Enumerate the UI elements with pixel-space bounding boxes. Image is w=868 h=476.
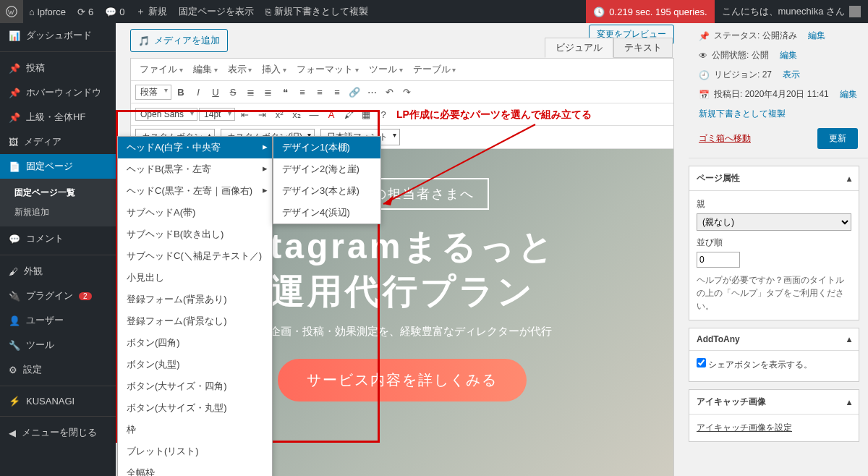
comments-count[interactable]: 💬 0 bbox=[99, 0, 130, 23]
howdy[interactable]: こんにちは、munechika さん bbox=[715, 5, 868, 18]
subscript-button[interactable]: x₂ bbox=[289, 106, 305, 122]
addtoany-toggle[interactable]: AddToAny▴ bbox=[689, 328, 859, 351]
copy-draft-link[interactable]: 新規下書きとして複製 bbox=[699, 108, 786, 120]
menu-file[interactable]: ファイル bbox=[135, 61, 187, 77]
menu-item[interactable]: ヘッドA(白字・中央寄 bbox=[118, 137, 272, 158]
date-edit-link[interactable]: 編集 bbox=[840, 88, 857, 101]
superscript-button[interactable]: x² bbox=[271, 106, 287, 122]
update-button[interactable]: 更新 bbox=[817, 128, 858, 149]
menu-item[interactable]: 小見出し bbox=[118, 267, 272, 289]
outdent-button[interactable]: ⇤ bbox=[237, 106, 252, 122]
wp-logo[interactable] bbox=[0, 0, 23, 23]
menu-item[interactable]: ヘッドC(黒字・左寄｜画像右) bbox=[118, 180, 272, 202]
underline-button[interactable]: U bbox=[208, 84, 224, 100]
svg-point-0 bbox=[7, 7, 17, 17]
menu-item[interactable]: ボタン(大サイズ・四角) bbox=[118, 375, 272, 397]
set-featured-image-link[interactable]: アイキャッチ画像を設定 bbox=[697, 422, 792, 433]
trash-link[interactable]: ゴミ箱へ移動 bbox=[699, 132, 751, 145]
tab-text[interactable]: テキスト bbox=[613, 38, 673, 58]
sidebar-item-hover[interactable]: 📌 ホバーウィンドウ bbox=[0, 80, 116, 105]
menu-item[interactable]: ボタン(丸型) bbox=[118, 354, 272, 375]
font-size-select[interactable]: 14pt bbox=[199, 108, 235, 121]
sidebar-item-appearance[interactable]: 🖌 外観 bbox=[0, 259, 116, 284]
sidebar-sub-page-new[interactable]: 新規追加 bbox=[10, 203, 116, 222]
copy-as-draft[interactable]: ⎘ 新規下書きとして複製 bbox=[260, 0, 374, 23]
sidebar-item-pages[interactable]: 📄 固定ページ bbox=[0, 154, 116, 179]
visibility-edit-link[interactable]: 編集 bbox=[780, 49, 797, 61]
quote-button[interactable]: ❝ bbox=[277, 84, 293, 100]
italic-button[interactable]: I bbox=[190, 84, 206, 100]
new-content[interactable]: ＋ 新規 bbox=[130, 0, 173, 23]
font-family-select[interactable]: Open Sans bbox=[135, 108, 197, 121]
menu-item[interactable]: ブレット(リスト) bbox=[118, 441, 272, 462]
sidebar-item-posts[interactable]: 📌 投稿 bbox=[0, 56, 116, 80]
updates[interactable]: ⟳ 6 bbox=[72, 0, 99, 23]
format-select[interactable]: 段落 bbox=[135, 85, 171, 100]
sidebar-item-comments[interactable]: 💬 コメント bbox=[0, 226, 116, 251]
hr-button[interactable]: — bbox=[306, 106, 322, 122]
menu-insert[interactable]: 挿入 bbox=[258, 61, 291, 77]
featured-image-toggle[interactable]: アイキャッチ画像▴ bbox=[689, 390, 859, 415]
sidebar-item-users[interactable]: 👤 ユーザー bbox=[0, 308, 116, 333]
site-name[interactable]: ⌂ lpforce bbox=[23, 0, 72, 23]
submenu-item[interactable]: デザイン3(本と緑) bbox=[273, 180, 380, 202]
submenu-item[interactable]: デザイン1(本棚) bbox=[273, 137, 380, 158]
menu-item[interactable]: ボタン(大サイズ・丸型) bbox=[118, 397, 272, 419]
menu-item[interactable]: 枠 bbox=[118, 419, 272, 441]
menu-item[interactable]: 登録フォーム(背景あり) bbox=[118, 289, 272, 310]
sidebar-item-media[interactable]: 🖼 メディア bbox=[0, 129, 116, 154]
sidebar-item-settings[interactable]: ⚙ 設定 bbox=[0, 357, 116, 382]
add-media-button[interactable]: 🎵 メディアを追加 bbox=[130, 29, 228, 52]
submenu-item[interactable]: デザイン2(海と崖) bbox=[273, 158, 380, 180]
bold-button[interactable]: B bbox=[173, 84, 189, 100]
menu-order-input[interactable] bbox=[697, 252, 740, 268]
share-checkbox[interactable] bbox=[697, 358, 706, 367]
indent-button[interactable]: ⇥ bbox=[254, 106, 270, 122]
forecolor-button[interactable]: A bbox=[323, 106, 339, 122]
query-monitor[interactable]: 🕓 0.219 sec. 195 queries. bbox=[586, 0, 714, 23]
menu-table[interactable]: テーブル bbox=[409, 61, 461, 77]
status-edit-link[interactable]: 編集 bbox=[808, 30, 825, 42]
avatar bbox=[849, 6, 861, 17]
bullist-button[interactable]: ≣ bbox=[242, 84, 258, 100]
menu-item[interactable]: サブヘッドA(帯) bbox=[118, 202, 272, 224]
tab-visual[interactable]: ビジュアル bbox=[545, 38, 613, 58]
page-attributes-toggle[interactable]: ページ属性▴ bbox=[689, 166, 859, 191]
strike-button[interactable]: S bbox=[225, 84, 241, 100]
sidebar-sub-page-list[interactable]: 固定ページ一覧 bbox=[10, 183, 116, 203]
menu-item[interactable]: 登録フォーム(背景なし) bbox=[118, 310, 272, 332]
meta-boxes: 📌 ステータス: 公開済み 編集 👁 公開状態: 公開 編集 🕘 リビジョン: … bbox=[689, 23, 868, 476]
sidebar-submenu: 固定ページ一覧 新規追加 bbox=[0, 179, 116, 226]
align-center-button[interactable]: ≡ bbox=[312, 84, 328, 100]
menu-item[interactable]: ボタン(四角) bbox=[118, 332, 272, 354]
sidebar-item-plugins[interactable]: 🔌 プラグイン 2 bbox=[0, 284, 116, 308]
align-right-button[interactable]: ≡ bbox=[329, 84, 345, 100]
revisions-link[interactable]: 表示 bbox=[783, 69, 800, 81]
menu-format[interactable]: フォーマット bbox=[292, 61, 363, 77]
sidebar-item-hf[interactable]: 📌 上級・全体HF bbox=[0, 105, 116, 129]
hero-cta[interactable]: サービス内容を詳しくみる bbox=[278, 359, 527, 401]
sidebar-item-dashboard[interactable]: 📊 ダッシュボード bbox=[0, 23, 116, 48]
sidebar-item-kusanagi[interactable]: ⚡ KUSANAGI bbox=[0, 390, 116, 412]
parent-label: 親 bbox=[697, 198, 851, 211]
menu-item[interactable]: 全幅枠 bbox=[118, 462, 272, 476]
view-page[interactable]: 固定ページを表示 bbox=[173, 0, 260, 23]
undo-button[interactable]: ↶ bbox=[381, 84, 397, 100]
menu-item[interactable]: サブヘッドB(吹き出し) bbox=[118, 224, 272, 245]
submenu-item[interactable]: デザイン4(浜辺) bbox=[273, 202, 380, 224]
parent-select[interactable]: (親なし) bbox=[697, 213, 851, 231]
numlist-button[interactable]: ≣ bbox=[260, 84, 276, 100]
link-button[interactable]: 🔗 bbox=[346, 84, 362, 100]
backcolor-button[interactable]: 🖍 bbox=[341, 106, 357, 122]
menu-item[interactable]: サブヘッドC(＼補足テキスト／) bbox=[118, 245, 272, 267]
menu-item[interactable]: ヘッドB(黒字・左寄 bbox=[118, 158, 272, 180]
align-left-button[interactable]: ≡ bbox=[294, 84, 310, 100]
status-row: 📌 ステータス: 公開済み 編集 bbox=[689, 26, 868, 46]
menu-tools[interactable]: ツール bbox=[365, 61, 407, 77]
menu-edit[interactable]: 編集 bbox=[189, 61, 222, 77]
sidebar-item-tools[interactable]: 🔧 ツール bbox=[0, 333, 116, 357]
menu-view[interactable]: 表示 bbox=[224, 61, 257, 77]
sidebar-collapse[interactable]: ◀ メニューを閉じる bbox=[0, 420, 116, 445]
redo-button[interactable]: ↷ bbox=[399, 84, 414, 100]
more-button[interactable]: ⋯ bbox=[364, 84, 380, 100]
